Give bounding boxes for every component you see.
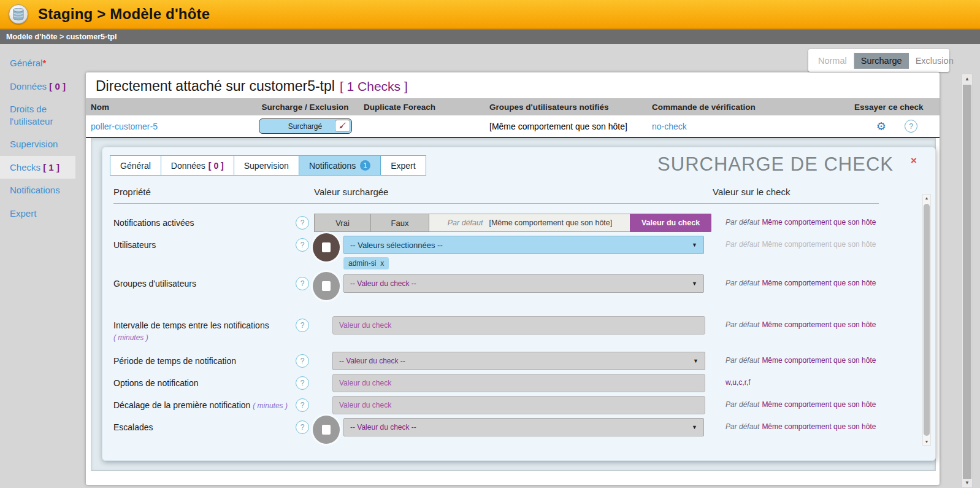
col-surcharge: Surcharge / Exclusion — [251, 103, 359, 112]
row-delay: Décalage de la première notification ( m… — [113, 396, 879, 414]
row-interval: Intervalle de temps entre les notificati… — [113, 316, 879, 343]
row-users: Utilisateurs ? -- Valeurs sélectionnées … — [113, 236, 879, 269]
row-period: Période de temps de notification ? -- Va… — [113, 352, 879, 370]
check-value: Par défautMême comportement que son hôte — [725, 279, 876, 287]
notifications-enabled-segmented: Vrai Faux Par défaut [Même comportement … — [314, 214, 711, 232]
interval-input[interactable]: Valeur du check — [332, 316, 705, 335]
col-groupes: Groupes d'utilisateurs notifiés — [484, 103, 647, 112]
help-icon[interactable]: ? — [296, 216, 309, 230]
option-valeur-du-check[interactable]: Valeur du check — [630, 214, 711, 232]
overlay-scrollbar[interactable]: ▲ ▼ — [922, 194, 931, 446]
escalades-source-toggle[interactable] — [313, 416, 340, 444]
tab-expert[interactable]: Expert — [380, 155, 426, 176]
remove-tag-icon[interactable]: x — [380, 259, 384, 268]
delay-input[interactable]: Valeur du check — [332, 396, 705, 414]
option-par-defaut[interactable]: Par défaut [Même comportement que son hô… — [429, 214, 630, 231]
check-value: w,u,c,r,f — [725, 378, 751, 387]
col-duplicate: Duplicate Foreach — [359, 103, 484, 112]
page-scrollbar[interactable]: ▲ ▼ — [962, 74, 973, 488]
scroll-up-icon[interactable]: ▲ — [923, 196, 930, 200]
help-icon[interactable]: ? — [296, 420, 309, 434]
option-faux[interactable]: Faux — [371, 214, 429, 231]
help-icon[interactable]: ? — [296, 238, 309, 252]
help-icon[interactable]: ? — [296, 319, 309, 332]
app-header: Staging > Modèle d'hôte — [0, 0, 980, 29]
user-groups-source-toggle[interactable] — [313, 272, 340, 300]
check-value: Par défautMême comportement que son hôte — [725, 356, 876, 365]
option-vrai[interactable]: Vrai — [315, 214, 371, 231]
toggle-exclusion-button[interactable]: Exclusion — [909, 53, 960, 69]
check-table-row: poller-customer-5 Surchargé [Même compor… — [86, 115, 940, 138]
scroll-up-icon[interactable]: ▲ — [962, 76, 972, 82]
chevron-down-icon: ▼ — [693, 358, 699, 364]
tab-general[interactable]: Général — [110, 155, 161, 176]
check-value: Par défautMême comportement que son hôte — [725, 320, 876, 329]
check-value: Par défautMême comportement que son hôte — [725, 240, 876, 249]
scroll-down-icon[interactable]: ▼ — [962, 480, 972, 486]
sidebar-item-general[interactable]: Général* — [0, 52, 75, 75]
form-rows: Notifications activées ? Vrai Faux Par d… — [113, 214, 879, 444]
chevron-down-icon: ▼ — [692, 424, 697, 430]
sidebar-item-droits[interactable]: Droits de l'utilisateur — [0, 98, 75, 133]
view-toggle: Normal Surcharge Exclusion — [808, 49, 949, 72]
sidebar-item-supervision[interactable]: Supervision — [0, 133, 75, 156]
help-icon[interactable]: ? — [296, 277, 309, 290]
page-body: Général* Données [ 0 ] Droits de l'utili… — [0, 44, 980, 488]
row-user-groups: Groupes d'utilisateurs ? -- Valeur du ch… — [113, 274, 879, 300]
checks-panel: Directement attaché sur customer5-tpl[ 1… — [86, 72, 940, 485]
clear-surcharge-button[interactable] — [335, 120, 350, 132]
page-title: Staging > Modèle d'hôte — [38, 6, 210, 23]
sidebar-item-checks[interactable]: Checks [ 1 ] — [0, 156, 75, 179]
tab-notifications[interactable]: Notifications1 — [299, 155, 381, 176]
row-notifications-enabled: Notifications activées ? Vrai Faux Par d… — [113, 214, 879, 232]
toggle-surcharge-button[interactable]: Surcharge — [854, 53, 909, 69]
checks-count: [ 1 Checks ] — [340, 79, 408, 93]
try-check-help-icon[interactable]: ? — [905, 120, 917, 133]
notifications-badge: 1 — [360, 160, 370, 171]
breadcrumb: Modèle d'hôte > customer5-tpl — [0, 29, 980, 44]
col-essayer: Essayer ce check — [849, 103, 948, 112]
users-multiselect[interactable]: -- Valeurs sélectionnées -- ▼ — [343, 236, 704, 254]
tab-donnees[interactable]: Données[ 0 ] — [161, 155, 234, 176]
scrollbar-thumb[interactable] — [963, 85, 971, 479]
database-icon — [9, 4, 28, 24]
checks-table-header: Nom Surcharge / Exclusion Duplicate Fore… — [86, 98, 940, 115]
gear-icon[interactable]: ⚙ — [876, 121, 886, 132]
required-mark: * — [42, 58, 46, 68]
check-name-link[interactable]: poller-customer-5 — [91, 122, 158, 131]
scroll-down-icon[interactable]: ▼ — [923, 440, 930, 444]
check-value: Par défautMême comportement que son hôte — [725, 422, 876, 431]
chevron-down-icon: ▼ — [692, 281, 697, 287]
sidebar-item-donnees[interactable]: Données [ 0 ] — [0, 75, 75, 98]
row-escalades: Escalades ? -- Valeur du check -- ▼ Par … — [113, 418, 879, 444]
scrollbar-thumb[interactable] — [924, 204, 930, 436]
help-icon[interactable]: ? — [296, 398, 309, 412]
overlay-tabs: Général Données[ 0 ] Supervision Notific… — [110, 155, 426, 176]
toggle-normal-button[interactable]: Normal — [811, 53, 854, 69]
col-nom: Nom — [86, 103, 251, 112]
help-icon[interactable]: ? — [296, 354, 309, 368]
help-icon[interactable]: ? — [296, 376, 309, 390]
sidebar-item-expert[interactable]: Expert — [0, 202, 75, 225]
sidebar-item-notifications[interactable]: Notifications — [0, 179, 75, 202]
surcharge-state-button[interactable]: Surchargé — [259, 118, 352, 134]
col-commande: Commande de vérification — [647, 103, 849, 112]
period-select[interactable]: -- Valeur du check -- ▼ — [332, 352, 705, 370]
selected-user-tag: admin-si x — [343, 257, 389, 269]
close-icon[interactable]: × — [911, 155, 917, 167]
overlay-title: SURCHARGE DE CHECK — [657, 153, 894, 176]
users-source-toggle[interactable] — [313, 233, 340, 261]
check-value: Par défautMême comportement que son hôte — [725, 400, 876, 409]
groupes-cell: [Même comportement que son hôte] — [484, 122, 647, 131]
options-input[interactable]: Valeur du check — [332, 374, 705, 392]
sidebar: Général* Données [ 0 ] Droits de l'utili… — [0, 44, 75, 488]
tab-supervision[interactable]: Supervision — [234, 155, 299, 176]
col-on-check: Valeur sur le check — [713, 187, 879, 197]
col-overridden: Valeur surchargée — [314, 187, 713, 197]
commande-link[interactable]: no-check — [652, 122, 687, 131]
surcharge-overlay: Général Données[ 0 ] Supervision Notific… — [102, 147, 936, 461]
user-groups-select[interactable]: -- Valeur du check -- ▼ — [343, 274, 704, 293]
check-value: Par défautMême comportement que son hôte — [725, 218, 876, 227]
escalades-select[interactable]: -- Valeur du check -- ▼ — [343, 418, 704, 436]
form-columns: Propriété Valeur surchargée Valeur sur l… — [113, 187, 879, 204]
